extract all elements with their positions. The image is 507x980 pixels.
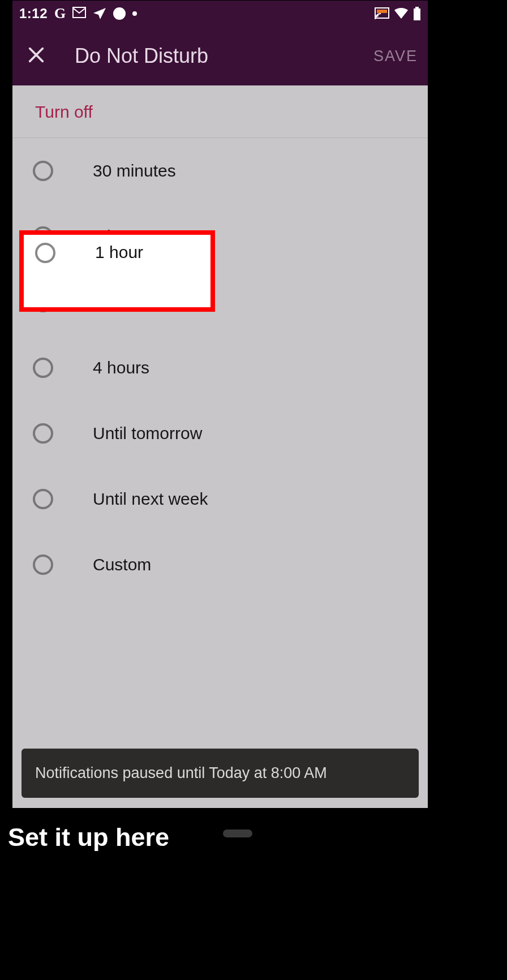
- battery-icon: [413, 7, 421, 20]
- record-icon: [113, 7, 126, 20]
- instruction-caption: Set it up here: [8, 823, 169, 852]
- radio-icon: [33, 489, 53, 509]
- nav-home-pill[interactable]: [223, 829, 252, 837]
- radio-icon: [33, 161, 53, 181]
- option-custom[interactable]: Custom: [12, 532, 428, 598]
- radio-icon: [33, 423, 53, 444]
- option-label: 4 hours: [93, 358, 149, 377]
- app-header: Do Not Disturb SAVE: [12, 27, 428, 85]
- content-area: Turn off 30 minutes 1 hour 2 hours 4 hou…: [12, 85, 428, 808]
- device-frame: 1:12 G: [12, 1, 428, 808]
- option-label: 1 hour: [95, 243, 143, 262]
- more-indicator-icon: [132, 11, 137, 16]
- option-4-hours[interactable]: 4 hours: [12, 335, 428, 401]
- svg-rect-4: [414, 8, 420, 20]
- mail-icon: [72, 6, 86, 22]
- save-button[interactable]: SAVE: [373, 48, 418, 65]
- close-icon: [27, 45, 46, 67]
- status-bar: 1:12 G: [12, 1, 428, 27]
- option-until-tomorrow[interactable]: Until tomorrow: [12, 401, 428, 466]
- option-label: 30 minutes: [93, 161, 176, 180]
- close-button[interactable]: [23, 42, 50, 70]
- radio-icon: [33, 555, 53, 575]
- status-time: 1:12: [19, 6, 48, 22]
- svg-rect-3: [415, 7, 419, 8]
- highlight-annotation: 1 hour: [19, 230, 215, 312]
- status-right: [375, 7, 421, 20]
- send-icon: [93, 7, 106, 20]
- radio-icon: [35, 243, 55, 263]
- option-30-minutes[interactable]: 30 minutes: [12, 138, 428, 204]
- cast-icon: [375, 7, 389, 20]
- notification-toast: Notifications paused until Today at 8:00…: [22, 749, 419, 798]
- wifi-icon: [394, 8, 409, 19]
- option-label: Until next week: [93, 489, 208, 509]
- option-until-next-week[interactable]: Until next week: [12, 466, 428, 532]
- svg-rect-2: [377, 10, 387, 13]
- option-label: Custom: [93, 555, 151, 574]
- options-list: 30 minutes 1 hour 2 hours 4 hours Until …: [12, 138, 428, 598]
- radio-icon: [33, 358, 53, 378]
- option-label: Until tomorrow: [93, 424, 202, 443]
- page-title: Do Not Disturb: [75, 44, 208, 68]
- turn-off-button[interactable]: Turn off: [12, 85, 428, 138]
- status-left: 1:12 G: [19, 5, 137, 22]
- google-icon: G: [54, 5, 66, 22]
